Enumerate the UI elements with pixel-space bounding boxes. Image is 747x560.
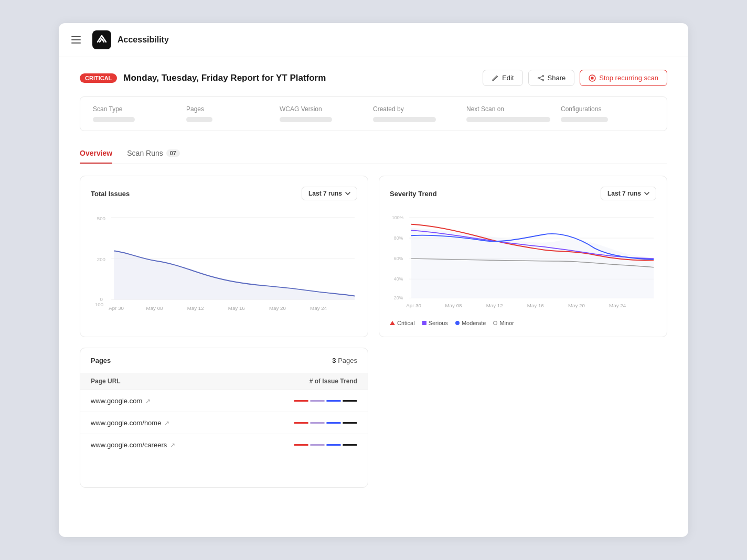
col-page-url: Page URL	[80, 373, 240, 390]
meta-pages: Pages	[186, 105, 280, 122]
external-link-icon: ↗	[164, 419, 169, 427]
svg-point-2	[542, 79, 543, 81]
app-title: Accessibility	[118, 35, 169, 45]
trend-bar	[326, 422, 341, 424]
trend-bar	[326, 400, 341, 402]
created-by-label: Created by	[373, 105, 456, 113]
trend-bar	[310, 444, 325, 446]
external-link-icon: ↗	[145, 397, 151, 405]
share-icon	[537, 74, 545, 82]
pages-table: Page URL # of Issue Trend www.google.com…	[80, 373, 368, 456]
scan-type-value	[93, 117, 135, 122]
svg-text:500: 500	[97, 216, 106, 221]
legend-minor: Minor	[493, 320, 514, 326]
svg-text:May 12: May 12	[187, 305, 204, 311]
total-issues-filter-button[interactable]: Last 7 runs	[302, 187, 357, 200]
charts-row: Total Issues Last 7 runs 500 200 0	[80, 176, 667, 337]
page-url-cell: www.google.com/home↗	[80, 412, 240, 434]
trend-bar	[343, 444, 357, 446]
svg-line-4	[539, 76, 542, 78]
svg-text:60%: 60%	[394, 256, 403, 261]
page-content: Critical Monday, Tuesday, Friday Report …	[59, 57, 688, 504]
report-title-section: Critical Monday, Tuesday, Friday Report …	[80, 73, 326, 83]
serious-legend-icon	[422, 321, 426, 325]
svg-text:May 20: May 20	[568, 303, 585, 308]
report-header: Critical Monday, Tuesday, Friday Report …	[80, 70, 667, 86]
svg-text:100%: 100%	[392, 215, 404, 220]
top-nav: Accessibility	[59, 23, 688, 57]
scan-type-label: Scan Type	[93, 105, 176, 113]
issue-trend-cell	[240, 390, 368, 412]
severity-filter-button[interactable]: Last 7 runs	[601, 187, 656, 200]
svg-point-1	[542, 75, 543, 77]
svg-text:200: 200	[97, 256, 106, 262]
scan-runs-badge: 07	[166, 149, 180, 157]
svg-line-5	[539, 78, 542, 80]
stop-icon	[589, 74, 596, 82]
pages-table-header-row: Page URL # of Issue Trend	[80, 373, 368, 390]
pages-header: Pages 3 Pages	[80, 348, 368, 373]
logo-icon	[92, 30, 111, 49]
meta-created-by: Created by	[373, 105, 466, 122]
trend-bars	[250, 422, 357, 424]
next-scan-label: Next Scan on	[466, 105, 550, 113]
trend-bars	[250, 400, 357, 402]
edit-icon	[492, 74, 499, 82]
page-url-cell: www.google.com/careers↗	[80, 434, 240, 456]
wcag-label: WCAG Version	[280, 105, 362, 113]
trend-bar	[310, 400, 325, 402]
meta-scan-type: Scan Type	[93, 105, 186, 122]
pages-label: Pages	[186, 105, 269, 113]
svg-text:May 24: May 24	[609, 303, 626, 308]
svg-text:May 08: May 08	[146, 305, 163, 311]
pages-card: Pages 3 Pages Page URL # of Issue Trend	[80, 348, 368, 488]
total-issues-title: Total Issues	[91, 190, 130, 198]
pages-card-footer-spacer	[80, 456, 368, 487]
edit-button[interactable]: Edit	[483, 70, 522, 86]
table-row[interactable]: www.google.com/home↗	[80, 412, 368, 434]
meta-wcag: WCAG Version	[280, 105, 373, 122]
legend-serious: Serious	[422, 320, 448, 326]
total-issues-filter-label: Last 7 runs	[308, 190, 342, 197]
meta-next-scan: Next Scan on	[466, 105, 561, 122]
external-link-icon: ↗	[170, 441, 175, 449]
trend-bar	[343, 422, 357, 424]
legend-moderate: Moderate	[455, 320, 486, 326]
total-issues-svg-wrap: 500 200 0 100 Apr 30 Ma	[91, 209, 357, 316]
next-scan-value	[466, 117, 550, 122]
wcag-value	[280, 117, 332, 122]
chevron-down-icon-2	[644, 192, 649, 195]
critical-legend-label: Critical	[397, 320, 415, 326]
svg-text:40%: 40%	[394, 276, 403, 282]
tab-overview[interactable]: Overview	[80, 144, 112, 164]
legend-critical: Critical	[390, 320, 415, 326]
share-button[interactable]: Share	[528, 70, 575, 86]
minor-legend-label: Minor	[499, 320, 514, 326]
severity-trend-chart-card: Severity Trend Last 7 runs 100% 80% 60%	[379, 176, 667, 337]
tab-scan-runs[interactable]: Scan Runs 07	[127, 144, 180, 164]
table-row[interactable]: www.google.com/careers↗	[80, 434, 368, 456]
svg-text:May 12: May 12	[486, 303, 503, 308]
hamburger-button[interactable]	[71, 33, 86, 47]
page-url-cell: www.google.com↗	[80, 390, 240, 412]
critical-legend-icon	[390, 321, 395, 325]
pages-count-label: Pages	[338, 357, 357, 364]
configurations-value	[561, 117, 608, 122]
total-issues-chart-card: Total Issues Last 7 runs 500 200 0	[80, 176, 368, 337]
stop-scan-button[interactable]: Stop recurring scan	[580, 70, 667, 86]
edit-label: Edit	[502, 74, 514, 82]
svg-text:Apr 30: Apr 30	[406, 303, 421, 308]
report-title: Monday, Tuesday, Friday Report for YT Pl…	[123, 73, 326, 83]
severity-legend: Critical Serious Moderate Minor	[390, 320, 656, 326]
trend-bar	[294, 400, 308, 402]
configurations-label: Configurations	[561, 105, 644, 113]
pages-title: Pages	[91, 357, 111, 364]
severity-chart-header: Severity Trend Last 7 runs	[390, 187, 656, 200]
severity-svg-wrap: 100% 80% 60% 40% 20%	[390, 209, 656, 316]
trend-bar	[294, 444, 308, 446]
issue-trend-cell	[240, 434, 368, 456]
moderate-legend-icon	[455, 321, 460, 325]
svg-text:Apr 30: Apr 30	[109, 305, 124, 311]
table-row[interactable]: www.google.com↗	[80, 390, 368, 412]
svg-rect-7	[591, 77, 594, 79]
